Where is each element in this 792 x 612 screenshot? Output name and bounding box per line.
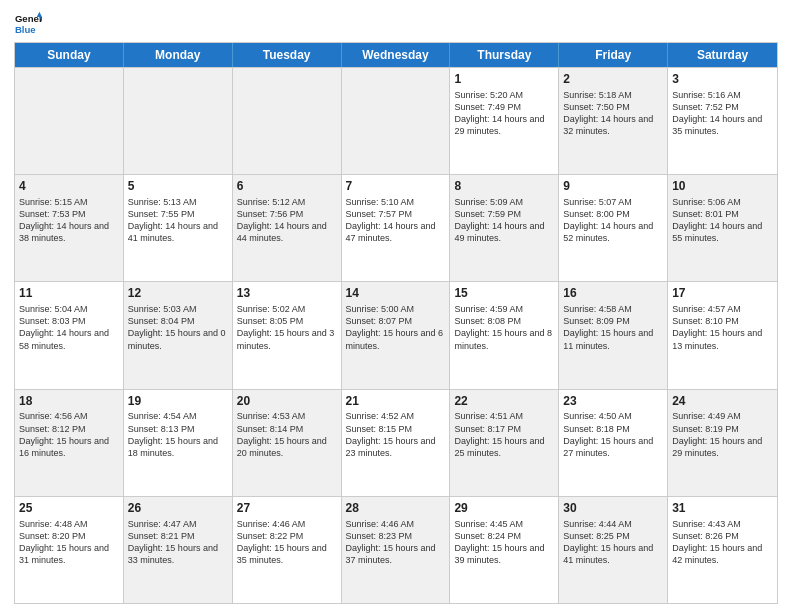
cal-cell-r0c6: 3Sunrise: 5:16 AM Sunset: 7:52 PM Daylig… <box>668 68 777 174</box>
cell-text: Sunrise: 4:51 AM Sunset: 8:17 PM Dayligh… <box>454 410 554 459</box>
cell-text: Sunrise: 4:46 AM Sunset: 8:22 PM Dayligh… <box>237 518 337 567</box>
cell-text: Sunrise: 5:18 AM Sunset: 7:50 PM Dayligh… <box>563 89 663 138</box>
cal-cell-r1c3: 7Sunrise: 5:10 AM Sunset: 7:57 PM Daylig… <box>342 175 451 281</box>
cell-text: Sunrise: 4:45 AM Sunset: 8:24 PM Dayligh… <box>454 518 554 567</box>
day-number: 5 <box>128 178 228 195</box>
header-cell-thursday: Thursday <box>450 43 559 67</box>
cell-text: Sunrise: 5:07 AM Sunset: 8:00 PM Dayligh… <box>563 196 663 245</box>
cell-text: Sunrise: 4:53 AM Sunset: 8:14 PM Dayligh… <box>237 410 337 459</box>
cal-cell-r2c6: 17Sunrise: 4:57 AM Sunset: 8:10 PM Dayli… <box>668 282 777 388</box>
cal-cell-r4c1: 26Sunrise: 4:47 AM Sunset: 8:21 PM Dayli… <box>124 497 233 603</box>
day-number: 21 <box>346 393 446 410</box>
cal-cell-r3c5: 23Sunrise: 4:50 AM Sunset: 8:18 PM Dayli… <box>559 390 668 496</box>
day-number: 9 <box>563 178 663 195</box>
cell-text: Sunrise: 5:04 AM Sunset: 8:03 PM Dayligh… <box>19 303 119 352</box>
cal-cell-r1c1: 5Sunrise: 5:13 AM Sunset: 7:55 PM Daylig… <box>124 175 233 281</box>
cell-text: Sunrise: 5:09 AM Sunset: 7:59 PM Dayligh… <box>454 196 554 245</box>
cell-text: Sunrise: 4:58 AM Sunset: 8:09 PM Dayligh… <box>563 303 663 352</box>
day-number: 29 <box>454 500 554 517</box>
cell-text: Sunrise: 5:12 AM Sunset: 7:56 PM Dayligh… <box>237 196 337 245</box>
cal-cell-r1c6: 10Sunrise: 5:06 AM Sunset: 8:01 PM Dayli… <box>668 175 777 281</box>
cell-text: Sunrise: 4:52 AM Sunset: 8:15 PM Dayligh… <box>346 410 446 459</box>
day-number: 31 <box>672 500 773 517</box>
cal-cell-r0c3 <box>342 68 451 174</box>
logo-icon: General Blue <box>14 10 42 38</box>
cal-cell-r0c5: 2Sunrise: 5:18 AM Sunset: 7:50 PM Daylig… <box>559 68 668 174</box>
svg-text:Blue: Blue <box>15 24 36 35</box>
day-number: 30 <box>563 500 663 517</box>
logo: General Blue <box>14 10 46 38</box>
day-number: 25 <box>19 500 119 517</box>
cal-cell-r4c0: 25Sunrise: 4:48 AM Sunset: 8:20 PM Dayli… <box>15 497 124 603</box>
cal-cell-r4c2: 27Sunrise: 4:46 AM Sunset: 8:22 PM Dayli… <box>233 497 342 603</box>
cal-cell-r2c5: 16Sunrise: 4:58 AM Sunset: 8:09 PM Dayli… <box>559 282 668 388</box>
day-number: 28 <box>346 500 446 517</box>
cell-text: Sunrise: 5:06 AM Sunset: 8:01 PM Dayligh… <box>672 196 773 245</box>
calendar-row-3: 11Sunrise: 5:04 AM Sunset: 8:03 PM Dayli… <box>15 281 777 388</box>
day-number: 26 <box>128 500 228 517</box>
cell-text: Sunrise: 4:43 AM Sunset: 8:26 PM Dayligh… <box>672 518 773 567</box>
cal-cell-r3c2: 20Sunrise: 4:53 AM Sunset: 8:14 PM Dayli… <box>233 390 342 496</box>
page: General Blue SundayMondayTuesdayWednesda… <box>0 0 792 612</box>
cell-text: Sunrise: 4:44 AM Sunset: 8:25 PM Dayligh… <box>563 518 663 567</box>
cal-cell-r4c4: 29Sunrise: 4:45 AM Sunset: 8:24 PM Dayli… <box>450 497 559 603</box>
cal-cell-r1c4: 8Sunrise: 5:09 AM Sunset: 7:59 PM Daylig… <box>450 175 559 281</box>
day-number: 11 <box>19 285 119 302</box>
cal-cell-r0c0 <box>15 68 124 174</box>
cal-cell-r0c2 <box>233 68 342 174</box>
day-number: 12 <box>128 285 228 302</box>
day-number: 18 <box>19 393 119 410</box>
cal-cell-r3c6: 24Sunrise: 4:49 AM Sunset: 8:19 PM Dayli… <box>668 390 777 496</box>
cal-cell-r1c0: 4Sunrise: 5:15 AM Sunset: 7:53 PM Daylig… <box>15 175 124 281</box>
day-number: 17 <box>672 285 773 302</box>
cal-cell-r3c1: 19Sunrise: 4:54 AM Sunset: 8:13 PM Dayli… <box>124 390 233 496</box>
calendar-body: 1Sunrise: 5:20 AM Sunset: 7:49 PM Daylig… <box>15 67 777 603</box>
day-number: 7 <box>346 178 446 195</box>
cal-cell-r4c5: 30Sunrise: 4:44 AM Sunset: 8:25 PM Dayli… <box>559 497 668 603</box>
cal-cell-r0c1 <box>124 68 233 174</box>
day-number: 27 <box>237 500 337 517</box>
header-cell-tuesday: Tuesday <box>233 43 342 67</box>
calendar-row-1: 1Sunrise: 5:20 AM Sunset: 7:49 PM Daylig… <box>15 67 777 174</box>
cell-text: Sunrise: 5:15 AM Sunset: 7:53 PM Dayligh… <box>19 196 119 245</box>
day-number: 23 <box>563 393 663 410</box>
cell-text: Sunrise: 4:56 AM Sunset: 8:12 PM Dayligh… <box>19 410 119 459</box>
cal-cell-r2c0: 11Sunrise: 5:04 AM Sunset: 8:03 PM Dayli… <box>15 282 124 388</box>
day-number: 13 <box>237 285 337 302</box>
cell-text: Sunrise: 4:47 AM Sunset: 8:21 PM Dayligh… <box>128 518 228 567</box>
header: General Blue <box>14 10 778 38</box>
cell-text: Sunrise: 4:48 AM Sunset: 8:20 PM Dayligh… <box>19 518 119 567</box>
header-cell-sunday: Sunday <box>15 43 124 67</box>
cell-text: Sunrise: 4:54 AM Sunset: 8:13 PM Dayligh… <box>128 410 228 459</box>
header-cell-wednesday: Wednesday <box>342 43 451 67</box>
header-cell-monday: Monday <box>124 43 233 67</box>
day-number: 19 <box>128 393 228 410</box>
cell-text: Sunrise: 5:02 AM Sunset: 8:05 PM Dayligh… <box>237 303 337 352</box>
cell-text: Sunrise: 5:16 AM Sunset: 7:52 PM Dayligh… <box>672 89 773 138</box>
cal-cell-r0c4: 1Sunrise: 5:20 AM Sunset: 7:49 PM Daylig… <box>450 68 559 174</box>
cal-cell-r4c6: 31Sunrise: 4:43 AM Sunset: 8:26 PM Dayli… <box>668 497 777 603</box>
cell-text: Sunrise: 4:57 AM Sunset: 8:10 PM Dayligh… <box>672 303 773 352</box>
day-number: 1 <box>454 71 554 88</box>
day-number: 22 <box>454 393 554 410</box>
cal-cell-r4c3: 28Sunrise: 4:46 AM Sunset: 8:23 PM Dayli… <box>342 497 451 603</box>
header-cell-friday: Friday <box>559 43 668 67</box>
cal-cell-r3c4: 22Sunrise: 4:51 AM Sunset: 8:17 PM Dayli… <box>450 390 559 496</box>
cell-text: Sunrise: 4:49 AM Sunset: 8:19 PM Dayligh… <box>672 410 773 459</box>
cal-cell-r2c1: 12Sunrise: 5:03 AM Sunset: 8:04 PM Dayli… <box>124 282 233 388</box>
calendar-row-5: 25Sunrise: 4:48 AM Sunset: 8:20 PM Dayli… <box>15 496 777 603</box>
cal-cell-r2c4: 15Sunrise: 4:59 AM Sunset: 8:08 PM Dayli… <box>450 282 559 388</box>
cell-text: Sunrise: 5:10 AM Sunset: 7:57 PM Dayligh… <box>346 196 446 245</box>
cell-text: Sunrise: 5:00 AM Sunset: 8:07 PM Dayligh… <box>346 303 446 352</box>
cal-cell-r3c0: 18Sunrise: 4:56 AM Sunset: 8:12 PM Dayli… <box>15 390 124 496</box>
cal-cell-r2c2: 13Sunrise: 5:02 AM Sunset: 8:05 PM Dayli… <box>233 282 342 388</box>
day-number: 10 <box>672 178 773 195</box>
day-number: 4 <box>19 178 119 195</box>
cal-cell-r3c3: 21Sunrise: 4:52 AM Sunset: 8:15 PM Dayli… <box>342 390 451 496</box>
cell-text: Sunrise: 5:13 AM Sunset: 7:55 PM Dayligh… <box>128 196 228 245</box>
calendar-row-4: 18Sunrise: 4:56 AM Sunset: 8:12 PM Dayli… <box>15 389 777 496</box>
day-number: 24 <box>672 393 773 410</box>
day-number: 16 <box>563 285 663 302</box>
cell-text: Sunrise: 4:50 AM Sunset: 8:18 PM Dayligh… <box>563 410 663 459</box>
day-number: 3 <box>672 71 773 88</box>
